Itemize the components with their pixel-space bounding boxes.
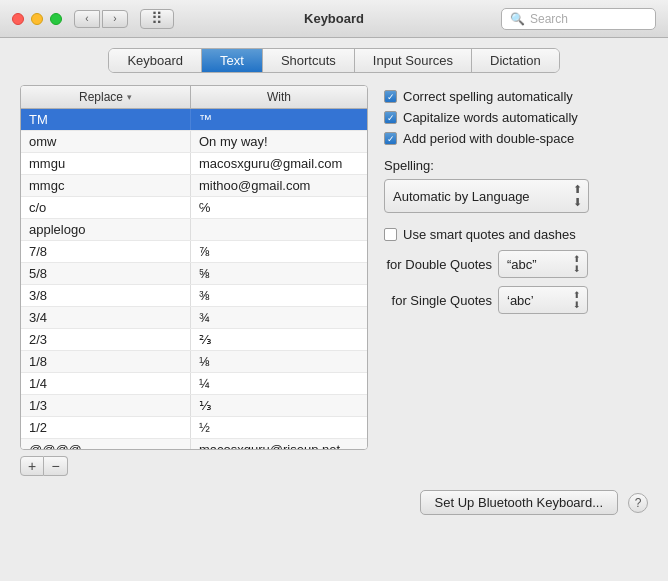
table-row[interactable]: applelogo	[21, 219, 367, 241]
table-body: TM ™ omw On my way! mmgu macosxguru@gmai…	[21, 109, 367, 449]
main-content: Replace ▾ With TM ™ omw On my way! mmgu …	[0, 85, 668, 476]
with-cell: ¼	[191, 373, 367, 394]
tab-text[interactable]: Text	[202, 49, 263, 72]
tab-shortcuts[interactable]: Shortcuts	[263, 49, 355, 72]
title-bar-left: ‹ › ⠿	[12, 9, 174, 29]
table-row[interactable]: mmgu macosxguru@gmail.com	[21, 153, 367, 175]
table-section: Replace ▾ With TM ™ omw On my way! mmgu …	[20, 85, 368, 476]
replace-column-header[interactable]: Replace ▾	[21, 86, 191, 108]
double-quotes-label: for Double Quotes	[384, 257, 492, 272]
back-button[interactable]: ‹	[74, 10, 100, 28]
tab-input-sources[interactable]: Input Sources	[355, 49, 472, 72]
table-row[interactable]: c/o ℅	[21, 197, 367, 219]
with-cell: On my way!	[191, 131, 367, 152]
replace-cell: 3/8	[21, 285, 191, 306]
right-panel: ✓ Correct spelling automatically ✓ Capit…	[384, 85, 648, 476]
tab-dictation[interactable]: Dictation	[472, 49, 559, 72]
smart-quotes-label: Use smart quotes and dashes	[403, 227, 576, 242]
capitalize-words-label: Capitalize words automatically	[403, 110, 578, 125]
table-row[interactable]: @@@@ macosxguru@riseup.net	[21, 439, 367, 449]
single-quotes-select[interactable]: ‘abc’ ⬆⬇	[498, 286, 588, 314]
replace-cell: 1/8	[21, 351, 191, 372]
close-button[interactable]	[12, 13, 24, 25]
add-period-row: ✓ Add period with double-space	[384, 131, 648, 146]
table-header: Replace ▾ With	[21, 86, 367, 109]
replace-cell: mmgu	[21, 153, 191, 174]
with-cell: ⅛	[191, 351, 367, 372]
table-row[interactable]: 1/2 ½	[21, 417, 367, 439]
capitalize-words-row: ✓ Capitalize words automatically	[384, 110, 648, 125]
capitalize-words-checkbox[interactable]: ✓	[384, 111, 397, 124]
add-period-checkbox[interactable]: ✓	[384, 132, 397, 145]
with-cell: ⅞	[191, 241, 367, 262]
replace-cell: 2/3	[21, 329, 191, 350]
tabs: Keyboard Text Shortcuts Input Sources Di…	[108, 48, 559, 73]
replace-cell: 7/8	[21, 241, 191, 262]
minimize-button[interactable]	[31, 13, 43, 25]
with-cell: ⅜	[191, 285, 367, 306]
add-period-label: Add period with double-space	[403, 131, 574, 146]
setup-bluetooth-button[interactable]: Set Up Bluetooth Keyboard...	[420, 490, 618, 515]
replace-cell: TM	[21, 109, 191, 130]
table-row[interactable]: 1/8 ⅛	[21, 351, 367, 373]
correct-spelling-checkbox[interactable]: ✓	[384, 90, 397, 103]
replace-cell: 1/4	[21, 373, 191, 394]
single-quotes-row: for Single Quotes ‘abc’ ⬆⬇	[384, 286, 648, 314]
spelling-select[interactable]: Automatic by Language ⬆⬇	[384, 179, 589, 213]
replace-cell: mmgc	[21, 175, 191, 196]
table-row[interactable]: 3/8 ⅜	[21, 285, 367, 307]
table-row[interactable]: omw On my way!	[21, 131, 367, 153]
table-row[interactable]: 2/3 ⅔	[21, 329, 367, 351]
replace-cell: 5/8	[21, 263, 191, 284]
table-row[interactable]: 5/8 ⅝	[21, 263, 367, 285]
bottom-bar: Set Up Bluetooth Keyboard... ?	[0, 480, 668, 525]
tabs-container: Keyboard Text Shortcuts Input Sources Di…	[0, 38, 668, 81]
with-cell: ⅓	[191, 395, 367, 416]
table-row[interactable]: 7/8 ⅞	[21, 241, 367, 263]
nav-arrows: ‹ ›	[74, 10, 128, 28]
double-quotes-select[interactable]: “abc” ⬆⬇	[498, 250, 588, 278]
with-column-header: With	[191, 86, 367, 108]
text-replacement-table: Replace ▾ With TM ™ omw On my way! mmgu …	[20, 85, 368, 450]
single-quotes-label: for Single Quotes	[384, 293, 492, 308]
table-row[interactable]: 1/3 ⅓	[21, 395, 367, 417]
replace-cell: 3/4	[21, 307, 191, 328]
title-bar-right: 🔍 Search	[501, 8, 656, 30]
search-box[interactable]: 🔍 Search	[501, 8, 656, 30]
add-row-button[interactable]: +	[20, 456, 44, 476]
grid-button[interactable]: ⠿	[140, 9, 174, 29]
single-quotes-value: ‘abc’	[507, 293, 534, 308]
smart-quotes-checkbox[interactable]	[384, 228, 397, 241]
smart-quotes-row: Use smart quotes and dashes	[384, 227, 648, 242]
with-cell: macosxguru@gmail.com	[191, 153, 367, 174]
replace-cell: 1/2	[21, 417, 191, 438]
chevron-down-icon: ▾	[127, 92, 132, 102]
help-button[interactable]: ?	[628, 493, 648, 513]
forward-button[interactable]: ›	[102, 10, 128, 28]
traffic-lights	[12, 13, 62, 25]
double-quotes-arrows-icon: ⬆⬇	[573, 254, 581, 274]
with-cell: ¾	[191, 307, 367, 328]
table-row[interactable]: 1/4 ¼	[21, 373, 367, 395]
add-remove-controls: + −	[20, 456, 368, 476]
search-placeholder: Search	[530, 12, 568, 26]
table-row[interactable]: mmgc mithoo@gmail.com	[21, 175, 367, 197]
single-quotes-arrows-icon: ⬆⬇	[573, 290, 581, 310]
with-cell: ™	[191, 109, 367, 130]
tab-keyboard[interactable]: Keyboard	[109, 49, 202, 72]
double-quotes-value: “abc”	[507, 257, 537, 272]
maximize-button[interactable]	[50, 13, 62, 25]
replace-cell: @@@@	[21, 439, 191, 449]
with-cell: mithoo@gmail.com	[191, 175, 367, 196]
remove-row-button[interactable]: −	[44, 456, 68, 476]
with-cell: ⅔	[191, 329, 367, 350]
spelling-select-arrows-icon: ⬆⬇	[573, 183, 582, 209]
window-title: Keyboard	[304, 11, 364, 26]
replace-cell: omw	[21, 131, 191, 152]
correct-spelling-row: ✓ Correct spelling automatically	[384, 89, 648, 104]
spelling-label: Spelling:	[384, 158, 648, 173]
table-row[interactable]: TM ™	[21, 109, 367, 131]
title-bar: ‹ › ⠿ Keyboard 🔍 Search	[0, 0, 668, 38]
double-quotes-row: for Double Quotes “abc” ⬆⬇	[384, 250, 648, 278]
table-row[interactable]: 3/4 ¾	[21, 307, 367, 329]
